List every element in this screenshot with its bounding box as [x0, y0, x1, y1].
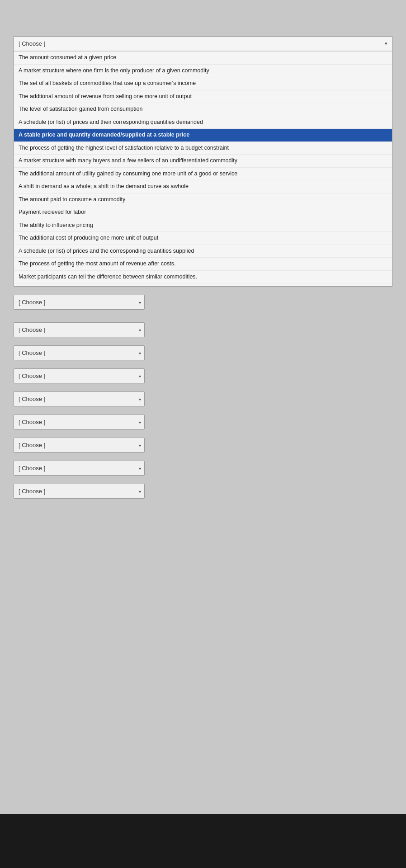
dropdown-option-3[interactable]: The set of all baskets of commodities th… — [14, 77, 392, 90]
extra-dropdown-3[interactable]: [ Choose ]▾ — [14, 368, 145, 383]
dropdown-option-11[interactable]: A shift in demand as a whole; a shift in… — [14, 180, 392, 193]
second-dropdown[interactable]: [ Choose ] ▾ — [14, 295, 145, 310]
dropdown-option-5[interactable]: The level of satisfaction gained from co… — [14, 103, 392, 116]
extra-dropdown-6[interactable]: [ Choose ]▾ — [14, 438, 145, 453]
extra-dropdown-select-4[interactable]: [ Choose ] — [14, 392, 145, 406]
dropdown-option-18[interactable]: Market participants can tell the differe… — [14, 271, 392, 284]
dropdown-option-6[interactable]: A schedule (or list) of prices and their… — [14, 116, 392, 129]
extra-dropdown-7[interactable]: [ Choose ]▾ — [14, 461, 145, 476]
first-dropdown-arrow: ▾ — [385, 41, 387, 47]
dropdown-option-17[interactable]: The process of getting the most amount o… — [14, 258, 392, 271]
second-dropdown-select[interactable]: [ Choose ] — [14, 295, 145, 310]
extra-dropdown-4[interactable]: [ Choose ]▾ — [14, 392, 145, 406]
extra-dropdown-8[interactable]: [ Choose ]▾ — [14, 484, 145, 499]
extra-dropdown-select-2[interactable]: [ Choose ] — [14, 345, 145, 360]
extra-dropdown-select-6[interactable]: [ Choose ] — [14, 438, 145, 453]
bottom-dark-bar — [0, 814, 406, 868]
extra-dropdown-5[interactable]: [ Choose ]▾ — [14, 415, 145, 429]
dropdown-option-16[interactable]: A schedule (or list) of prices and the c… — [14, 245, 392, 258]
dropdown-options-list[interactable]: The amount consumed at a given priceA ma… — [14, 51, 392, 286]
dropdown-option-10[interactable]: The additional amount of utility gained … — [14, 168, 392, 181]
dropdown-option-13[interactable]: Payment recieved for labor — [14, 206, 392, 219]
extra-dropdown-2[interactable]: [ Choose ]▾ — [14, 345, 145, 360]
dropdown-option-7[interactable]: A stable price and quantity demanded/sup… — [14, 129, 392, 142]
dropdown-option-4[interactable]: The addtional amount of revenue from sel… — [14, 90, 392, 104]
extra-dropdown-select-3[interactable]: [ Choose ] — [14, 368, 145, 383]
extra-dropdown-select-8[interactable]: [ Choose ] — [14, 484, 145, 499]
dropdown-option-2[interactable]: A market structure where one firm is the… — [14, 65, 392, 78]
first-dropdown-expanded[interactable]: [ Choose ] ▾ The amount consumed at a gi… — [14, 36, 392, 287]
dropdown-option-19[interactable]: Provides: goods and services; Consumes: … — [14, 283, 392, 286]
dropdown-option-14[interactable]: The ability to influence pricing — [14, 219, 392, 232]
dropdown-option-1[interactable]: The amount consumed at a given price — [14, 52, 392, 65]
first-dropdown-placeholder: [ Choose ] — [19, 40, 45, 47]
extra-dropdown-1[interactable]: [ Choose ]▾ — [14, 322, 145, 337]
extra-dropdown-select-1[interactable]: [ Choose ] — [14, 322, 145, 337]
dropdown-option-9[interactable]: A market structure with many buyers and … — [14, 155, 392, 168]
dropdown-option-12[interactable]: The amount paid to consume a commodity — [14, 193, 392, 207]
extra-dropdowns-section: [ Choose ]▾[ Choose ]▾[ Choose ]▾[ Choos… — [14, 322, 392, 499]
extra-dropdown-select-7[interactable]: [ Choose ] — [14, 461, 145, 476]
page-container: [ Choose ] ▾ The amount consumed at a gi… — [14, 36, 392, 499]
dropdown-option-15[interactable]: The additional cost of producing one mor… — [14, 232, 392, 245]
dropdown-option-8[interactable]: The process of getting the highest level… — [14, 142, 392, 155]
extra-dropdown-select-5[interactable]: [ Choose ] — [14, 415, 145, 429]
first-dropdown-header[interactable]: [ Choose ] ▾ — [14, 37, 392, 51]
